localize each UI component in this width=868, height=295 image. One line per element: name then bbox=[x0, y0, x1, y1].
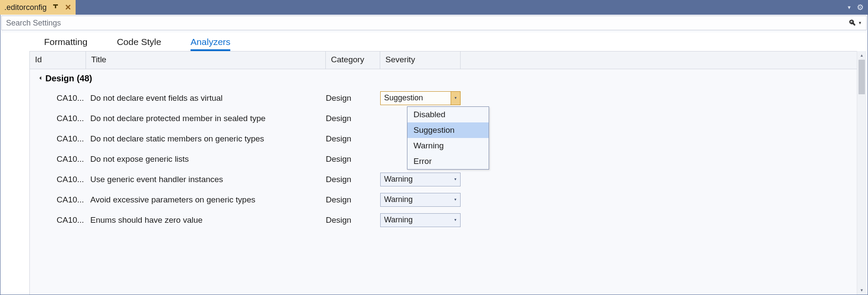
scroll-track[interactable] bbox=[857, 60, 866, 286]
search-bar: 🔍︎ ▼ bbox=[1, 16, 867, 30]
content-area: Formatting Code Style Analyzers Id Title… bbox=[2, 32, 866, 295]
table-row[interactable]: CA10...Enums should have zero valueDesig… bbox=[30, 210, 857, 230]
tab-code-style[interactable]: Code Style bbox=[102, 32, 176, 51]
dropdown-option-disabled[interactable]: Disabled bbox=[407, 107, 489, 122]
cell-title: Do not declare event fields as virtual bbox=[90, 93, 326, 103]
scroll-thumb[interactable] bbox=[858, 60, 865, 94]
cell-severity: Warning▼ bbox=[380, 193, 461, 207]
main-panel: 🔍︎ ▼ Formatting Code Style Analyzers Id … bbox=[0, 15, 868, 295]
col-header-severity[interactable]: Severity bbox=[380, 51, 461, 69]
cell-title: Enums should have zero value bbox=[90, 215, 326, 225]
chevron-down-icon: ▼ bbox=[858, 21, 862, 25]
cell-title: Avoid excessive parameters on generic ty… bbox=[90, 195, 326, 205]
titlebar: .editorconfig ✕ ▼ ⚙ bbox=[0, 0, 868, 15]
tab-formatting[interactable]: Formatting bbox=[29, 32, 102, 51]
cell-category: Design bbox=[326, 215, 380, 225]
severity-dropdown-list: Disabled Suggestion Warning Error bbox=[407, 106, 489, 170]
close-icon[interactable]: ✕ bbox=[65, 3, 71, 11]
cell-title: Do not declare static members on generic… bbox=[90, 134, 326, 144]
cell-category: Design bbox=[326, 93, 380, 103]
col-header-spacer bbox=[461, 51, 857, 69]
scroll-up-icon[interactable]: ▲ bbox=[857, 51, 866, 60]
search-icon: 🔍︎ bbox=[849, 19, 856, 28]
cell-title: Use generic event handler instances bbox=[90, 175, 326, 184]
gear-icon[interactable]: ⚙ bbox=[857, 3, 864, 12]
table-row[interactable]: CA10...Use generic event handler instanc… bbox=[30, 169, 857, 189]
col-header-id[interactable]: Id bbox=[30, 51, 86, 69]
cell-title: Do not expose generic lists bbox=[90, 154, 326, 164]
chevron-down-icon bbox=[39, 76, 43, 80]
analyzers-grid: Id Title Category Severity Design (48) C… bbox=[2, 51, 866, 295]
cell-id: CA10... bbox=[57, 175, 90, 184]
document-tab[interactable]: .editorconfig ✕ bbox=[0, 0, 76, 15]
titlebar-actions: ▼ ⚙ bbox=[847, 0, 868, 15]
severity-dropdown[interactable]: Suggestion▼ bbox=[380, 91, 461, 105]
cell-id: CA10... bbox=[57, 154, 90, 164]
cell-id: CA10... bbox=[57, 134, 90, 144]
cell-category: Design bbox=[326, 114, 380, 123]
severity-value: Warning bbox=[384, 195, 413, 204]
chevron-down-icon: ▼ bbox=[451, 92, 460, 105]
cell-severity: Warning▼ bbox=[380, 213, 461, 227]
pin-icon[interactable] bbox=[53, 4, 59, 10]
group-count: (48) bbox=[77, 74, 92, 83]
chevron-down-icon: ▼ bbox=[451, 193, 460, 206]
search-input[interactable] bbox=[6, 19, 849, 28]
cell-severity: Warning▼ bbox=[380, 173, 461, 186]
cell-category: Design bbox=[326, 175, 380, 184]
search-button[interactable]: 🔍︎ ▼ bbox=[849, 19, 862, 28]
dropdown-option-suggestion[interactable]: Suggestion bbox=[407, 122, 489, 138]
cell-category: Design bbox=[326, 134, 380, 144]
severity-value: Warning bbox=[384, 175, 413, 184]
cell-id: CA10... bbox=[57, 215, 90, 225]
group-header[interactable]: Design (48) bbox=[30, 69, 857, 88]
col-header-category[interactable]: Category bbox=[326, 51, 380, 69]
severity-dropdown[interactable]: Warning▼ bbox=[380, 173, 461, 186]
table-row[interactable]: CA10...Avoid excessive parameters on gen… bbox=[30, 189, 857, 210]
severity-value: Suggestion bbox=[384, 93, 423, 103]
grid-header: Id Title Category Severity bbox=[29, 51, 857, 69]
cell-category: Design bbox=[326, 195, 380, 205]
chevron-down-icon: ▼ bbox=[451, 173, 460, 186]
dropdown-option-error[interactable]: Error bbox=[407, 154, 489, 169]
editor-window: .editorconfig ✕ ▼ ⚙ 🔍︎ ▼ Formatting Code… bbox=[0, 0, 868, 295]
cell-severity: Suggestion▼ bbox=[380, 91, 461, 105]
grid-body: Design (48) CA10...Do not declare event … bbox=[29, 69, 857, 295]
col-header-title[interactable]: Title bbox=[86, 51, 326, 69]
window-menu-dropdown-icon[interactable]: ▼ bbox=[847, 5, 852, 10]
document-tab-title: .editorconfig bbox=[4, 3, 47, 12]
cell-id: CA10... bbox=[57, 195, 90, 205]
tab-analyzers[interactable]: Analyzers bbox=[176, 32, 245, 51]
scroll-down-icon[interactable]: ▼ bbox=[857, 286, 866, 295]
cell-title: Do not declare protected member in seale… bbox=[90, 114, 326, 123]
dropdown-option-warning[interactable]: Warning bbox=[407, 138, 489, 154]
settings-tabs: Formatting Code Style Analyzers bbox=[2, 32, 866, 51]
chevron-down-icon: ▼ bbox=[451, 214, 460, 227]
group-name: Design bbox=[45, 74, 74, 83]
cell-id: CA10... bbox=[57, 114, 90, 123]
vertical-scrollbar[interactable]: ▲ ▼ bbox=[857, 51, 866, 295]
table-row[interactable]: CA10...Do not declare event fields as vi… bbox=[30, 88, 857, 108]
cell-category: Design bbox=[326, 154, 380, 164]
severity-value: Warning bbox=[384, 215, 413, 224]
cell-id: CA10... bbox=[57, 93, 90, 103]
severity-dropdown[interactable]: Warning▼ bbox=[380, 213, 461, 227]
severity-dropdown[interactable]: Warning▼ bbox=[380, 193, 461, 207]
